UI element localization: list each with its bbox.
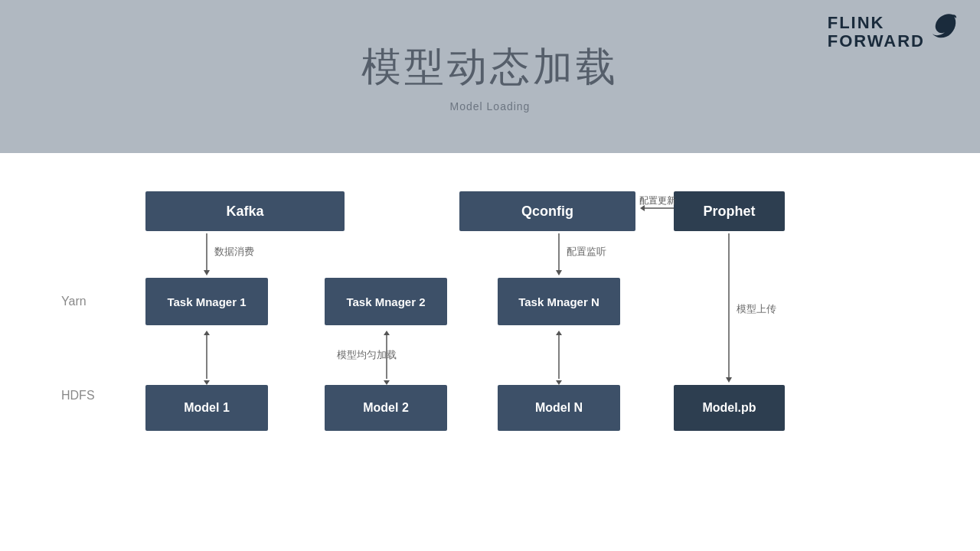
prophet-box: Prophet (674, 191, 785, 231)
qconfig-box: Qconfig (459, 191, 635, 231)
data-consume-label: 数据消费 (214, 245, 254, 259)
hdfs-label: HDFS (61, 389, 95, 403)
model-n-box: Model N (498, 385, 620, 431)
model-upload-label: 模型上传 (737, 302, 776, 316)
page-title: 模型动态加载 (361, 41, 619, 94)
model-load-label: 模型均匀加载 (337, 348, 397, 362)
diagram: Prophet (horizontal, double headed) --> … (61, 184, 919, 520)
model-pb-box: Model.pb (674, 385, 785, 431)
config-update-label: 配置更新 (639, 194, 676, 207)
model-2-box: Model 2 (325, 385, 447, 431)
arrows-svg: Prophet (horizontal, double headed) --> (61, 184, 919, 520)
page-subtitle: Model Loading (450, 100, 531, 112)
svg-marker-6 (384, 331, 390, 335)
flink-logo: FLINK FORWARD (828, 14, 959, 51)
svg-marker-3 (204, 331, 210, 335)
svg-marker-11 (556, 331, 562, 335)
svg-marker-9 (556, 270, 562, 276)
config-listen-label: 配置监听 (567, 245, 606, 259)
task-manager-1-box: Task Mnager 1 (145, 278, 268, 325)
yarn-label: Yarn (61, 295, 87, 308)
main-content: Prophet (horizontal, double headed) --> … (0, 153, 980, 551)
logo-line1: FLINK (828, 14, 925, 32)
task-manager-2-box: Task Mnager 2 (325, 278, 447, 325)
task-manager-n-box: Task Mnager N (498, 278, 620, 325)
svg-marker-14 (726, 377, 732, 383)
logo-line2: FORWARD (828, 32, 925, 51)
flink-bird-icon (929, 11, 959, 40)
kafka-box: Kafka (145, 191, 345, 231)
svg-marker-1 (204, 270, 210, 276)
model-1-box: Model 1 (145, 385, 268, 431)
header: FLINK FORWARD 模型动态加载 Model Loading (0, 0, 980, 153)
